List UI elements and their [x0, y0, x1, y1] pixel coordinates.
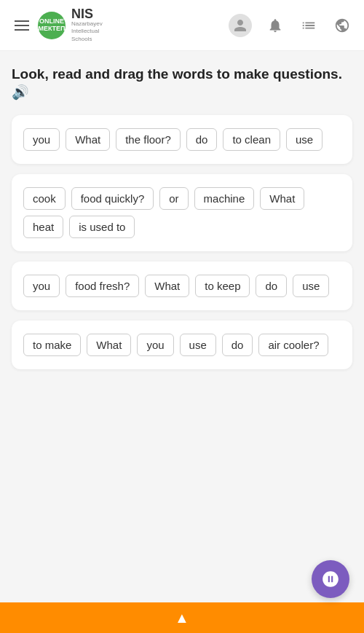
words-container-2: cook food quickly? or machine What heat …	[23, 187, 341, 238]
words-container-1: you What the floor? do to clean use	[23, 128, 341, 151]
bottom-navigation-bar[interactable]: ▲	[0, 602, 364, 633]
word-chip[interactable]: you	[23, 275, 60, 297]
online-mektep-logo: ONLINE МЕКТЕП	[38, 12, 66, 39]
word-chip[interactable]: or	[159, 187, 188, 210]
main-content: Look, read and drag the words to make qu…	[0, 51, 364, 437]
bottom-bar-arrow-icon: ▲	[175, 610, 189, 626]
word-chip[interactable]: air cooler?	[258, 334, 328, 356]
word-chip[interactable]: to clean	[223, 128, 280, 151]
globe-icon[interactable]	[332, 15, 352, 36]
words-container-4: to make What you use do air cooler?	[23, 334, 341, 356]
word-chip[interactable]: What	[66, 128, 110, 151]
card-1: you What the floor? do to clean use	[12, 115, 352, 164]
word-chip[interactable]: to make	[23, 334, 81, 356]
page-title: Look, read and drag the words to make qu…	[12, 66, 352, 101]
header-icons	[229, 14, 352, 37]
word-chip[interactable]: What	[87, 334, 131, 356]
word-chip[interactable]: you	[137, 334, 173, 356]
word-chip[interactable]: use	[180, 334, 216, 356]
word-chip[interactable]: do	[186, 128, 218, 151]
nis-title: NIS	[71, 7, 103, 20]
card-4: to make What you use do air cooler?	[12, 321, 352, 369]
bell-icon[interactable]	[265, 15, 285, 36]
word-chip[interactable]: food fresh?	[66, 275, 139, 297]
word-chip[interactable]: machine	[194, 187, 255, 210]
word-chip[interactable]: is used to	[69, 216, 135, 238]
word-chip[interactable]: What	[260, 187, 304, 210]
nis-subtitle: Nazarbayev Intellectual Schools	[71, 20, 103, 43]
word-chip[interactable]: the floor?	[116, 128, 181, 151]
word-chip[interactable]: do	[222, 334, 253, 356]
avatar-icon[interactable]	[229, 14, 252, 37]
word-chip[interactable]: heat	[23, 216, 63, 238]
floating-action-button[interactable]	[312, 560, 349, 598]
word-chip[interactable]: you	[23, 128, 60, 151]
word-chip[interactable]: What	[145, 275, 189, 297]
word-chip[interactable]: do	[256, 275, 287, 297]
word-chip[interactable]: use	[293, 275, 329, 297]
word-chip[interactable]: cook	[23, 187, 66, 210]
card-3: you food fresh? What to keep do use	[12, 262, 352, 310]
list-icon[interactable]	[298, 15, 319, 36]
header-left: ONLINE МЕКТЕП NIS Nazarbayev Intellectua…	[12, 7, 220, 43]
logo-text-line2: МЕКТЕП	[38, 25, 65, 33]
words-container-3: you food fresh? What to keep do use	[23, 275, 341, 297]
hamburger-menu-button[interactable]	[12, 17, 32, 34]
word-chip[interactable]: use	[286, 128, 323, 151]
card-2: cook food quickly? or machine What heat …	[12, 174, 352, 251]
nis-brand: NIS Nazarbayev Intellectual Schools	[71, 7, 103, 43]
word-chip[interactable]: food quickly?	[71, 187, 154, 210]
word-chip[interactable]: to keep	[195, 275, 250, 297]
app-header: ONLINE МЕКТЕП NIS Nazarbayev Intellectua…	[0, 0, 364, 51]
